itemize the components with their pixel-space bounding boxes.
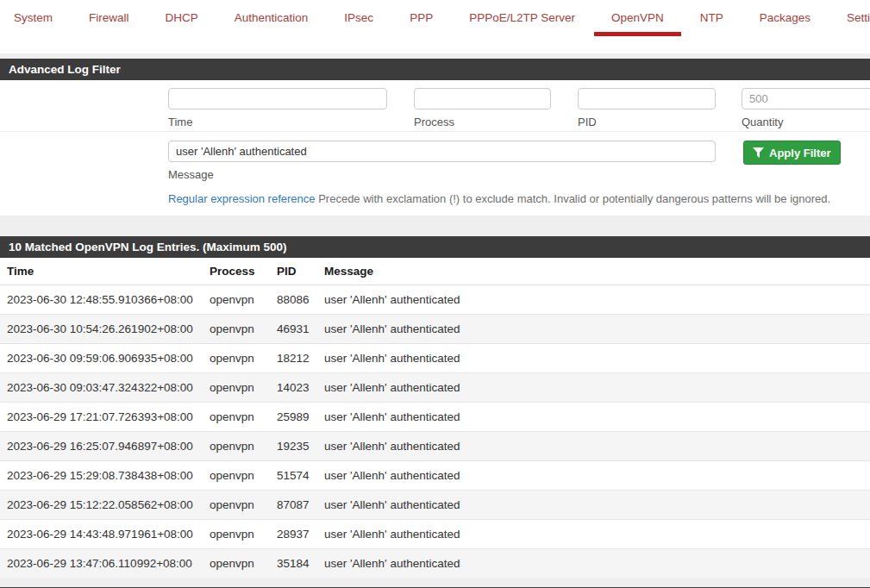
- log-process-cell: openvpn: [203, 344, 270, 373]
- tab-ppp[interactable]: PPP: [410, 0, 433, 53]
- log-table-row: 2023-06-29 15:12:22.058562+08:00 openvpn…: [0, 491, 870, 520]
- log-process-cell: openvpn: [203, 549, 270, 579]
- filter-panel-title: Advanced Log Filter: [0, 59, 870, 80]
- tab-ipsec[interactable]: IPsec: [344, 0, 373, 53]
- tab-packages[interactable]: Packages: [760, 0, 811, 53]
- tab-firewall[interactable]: Firewall: [89, 0, 129, 53]
- log-process-cell: openvpn: [203, 285, 270, 315]
- log-message-cell: user 'Allenh' authenticated: [317, 491, 870, 520]
- apply-filter-button[interactable]: Apply Filter: [743, 141, 841, 165]
- column-header-process: Process: [203, 258, 270, 285]
- form-divider: [0, 131, 870, 132]
- log-message-cell: user 'Allenh' authenticated: [317, 344, 870, 373]
- log-message-cell: user 'Allenh' authenticated: [317, 315, 870, 344]
- page-gap: [0, 216, 870, 236]
- page-gap: [0, 578, 870, 587]
- log-time-cell: 2023-06-30 09:03:47.324322+08:00: [0, 373, 203, 403]
- log-time-cell: 2023-06-29 15:12:22.058562+08:00: [0, 491, 203, 520]
- process-field-group: Process: [414, 88, 551, 128]
- process-field-label: Process: [414, 116, 551, 128]
- log-time-cell: 2023-06-30 09:59:06.906935+08:00: [0, 344, 203, 373]
- log-pid-cell: 18212: [270, 344, 317, 373]
- log-table-row: 2023-06-30 12:48:55.910366+08:00 openvpn…: [0, 285, 870, 315]
- filter-form: Time Process PID Quantity Message Apply …: [0, 80, 870, 216]
- apply-filter-label: Apply Filter: [769, 147, 831, 160]
- log-table-row: 2023-06-30 10:54:26.261902+08:00 openvpn…: [0, 315, 870, 344]
- log-process-cell: openvpn: [203, 491, 270, 520]
- log-process-cell: openvpn: [203, 373, 270, 403]
- log-table: Time Process PID Message 2023-06-30 12:4…: [0, 258, 870, 578]
- log-message-cell: user 'Allenh' authenticated: [317, 432, 870, 461]
- filter-funnel-icon: [753, 147, 764, 159]
- tab-system[interactable]: System: [14, 0, 53, 53]
- log-pid-cell: 87087: [270, 491, 317, 520]
- log-process-cell: openvpn: [203, 432, 270, 461]
- quantity-field-group: Quantity: [742, 88, 870, 128]
- log-pid-cell: 25989: [270, 403, 317, 432]
- log-pid-cell: 46931: [270, 315, 317, 344]
- time-field-group: Time: [168, 88, 387, 128]
- log-message-cell: user 'Allenh' authenticated: [317, 373, 870, 403]
- tab-bar: System Firewall DHCP Authentication IPse…: [0, 0, 870, 53]
- tab-ntp[interactable]: NTP: [700, 0, 723, 53]
- log-pid-cell: 35184: [270, 549, 317, 579]
- quantity-field-label: Quantity: [742, 116, 870, 128]
- log-message-cell: user 'Allenh' authenticated: [317, 285, 870, 315]
- log-time-cell: 2023-06-30 10:54:26.261902+08:00: [0, 315, 203, 344]
- column-header-message: Message: [317, 258, 870, 285]
- time-filter-input[interactable]: [168, 88, 387, 109]
- log-time-cell: 2023-06-29 13:47:06.110992+08:00: [0, 549, 203, 579]
- log-pid-cell: 19235: [270, 432, 317, 461]
- message-field-group: Message: [168, 141, 716, 181]
- log-table-row: 2023-06-29 14:43:48.971961+08:00 openvpn…: [0, 520, 870, 549]
- log-panel-title: 10 Matched OpenVPN Log Entries. (Maximum…: [0, 236, 870, 258]
- log-time-cell: 2023-06-29 15:29:08.738438+08:00: [0, 461, 203, 491]
- log-message-cell: user 'Allenh' authenticated: [317, 520, 870, 549]
- log-table-row: 2023-06-29 16:25:07.946897+08:00 openvpn…: [0, 432, 870, 461]
- quantity-filter-input[interactable]: [742, 88, 870, 109]
- log-message-cell: user 'Allenh' authenticated: [317, 403, 870, 432]
- log-table-row: 2023-06-30 09:59:06.906935+08:00 openvpn…: [0, 344, 870, 373]
- log-pid-cell: 51574: [270, 461, 317, 491]
- log-table-row: 2023-06-30 09:03:47.324322+08:00 openvpn…: [0, 373, 870, 403]
- pid-field-label: PID: [578, 116, 716, 128]
- regex-reference-link[interactable]: Regular expression reference: [168, 192, 316, 205]
- log-message-cell: user 'Allenh' authenticated: [317, 549, 870, 579]
- log-pid-cell: 88086: [270, 285, 317, 315]
- message-field-label: Message: [168, 168, 716, 181]
- log-table-row: 2023-06-29 13:47:06.110992+08:00 openvpn…: [0, 549, 870, 579]
- log-table-row: 2023-06-29 17:21:07.726393+08:00 openvpn…: [0, 403, 870, 432]
- message-filter-input[interactable]: [168, 141, 716, 162]
- log-process-cell: openvpn: [203, 315, 270, 344]
- log-process-cell: openvpn: [203, 403, 270, 432]
- time-field-label: Time: [168, 116, 387, 128]
- log-process-cell: openvpn: [203, 520, 270, 549]
- column-header-pid: PID: [270, 258, 317, 285]
- pid-field-group: PID: [578, 88, 716, 128]
- log-table-row: 2023-06-29 15:29:08.738438+08:00 openvpn…: [0, 461, 870, 491]
- log-table-container: Time Process PID Message 2023-06-30 12:4…: [0, 258, 870, 578]
- log-time-cell: 2023-06-29 14:43:48.971961+08:00: [0, 520, 203, 549]
- log-process-cell: openvpn: [203, 461, 270, 491]
- column-header-time: Time: [0, 258, 203, 285]
- process-filter-input[interactable]: [414, 88, 551, 109]
- regex-help-line: Regular expression reference Precede wit…: [168, 192, 870, 205]
- log-pid-cell: 14023: [270, 373, 317, 403]
- tab-authentication[interactable]: Authentication: [235, 0, 309, 53]
- tab-pppoe-l2tp-server[interactable]: PPPoE/L2TP Server: [469, 0, 575, 53]
- log-message-cell: user 'Allenh' authenticated: [317, 461, 870, 491]
- tab-openvpn[interactable]: OpenVPN: [611, 0, 664, 53]
- tab-settings[interactable]: Settings: [847, 0, 870, 53]
- log-time-cell: 2023-06-30 12:48:55.910366+08:00: [0, 285, 203, 315]
- log-time-cell: 2023-06-29 17:21:07.726393+08:00: [0, 403, 203, 432]
- pid-filter-input[interactable]: [578, 88, 716, 109]
- log-pid-cell: 28937: [270, 520, 317, 549]
- regex-help-text: Precede with exclamation (!) to exclude …: [318, 192, 830, 205]
- log-table-header-row: Time Process PID Message: [0, 258, 870, 285]
- tab-dhcp[interactable]: DHCP: [166, 0, 198, 53]
- log-time-cell: 2023-06-29 16:25:07.946897+08:00: [0, 432, 203, 461]
